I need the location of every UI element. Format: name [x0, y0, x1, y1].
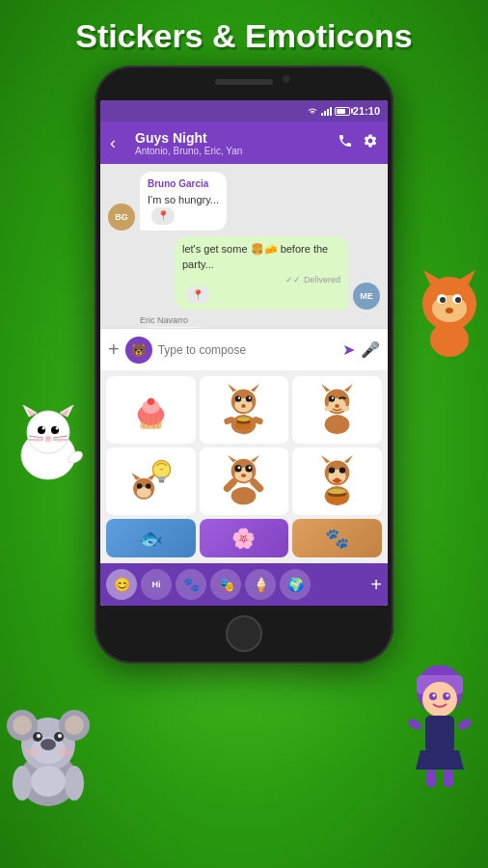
sticker-tab-masks[interactable]: 🎭 — [210, 569, 241, 600]
location-pin-1[interactable]: 📍 — [151, 207, 175, 225]
sticker-tab-world[interactable]: 🌍 — [280, 569, 311, 600]
svg-point-8 — [42, 427, 45, 430]
svg-point-107 — [325, 415, 350, 434]
phone-frame: 21:10 ‹ Guys Night Antonio, Bruno, Eric,… — [95, 66, 393, 664]
sticker-item-cupcake[interactable] — [106, 376, 196, 444]
svg-point-26 — [446, 308, 453, 313]
sticker-item-fox-lightbulb[interactable] — [106, 448, 196, 515]
sticker-item-partial-3[interactable]: 🐾 — [292, 519, 382, 557]
svg-point-137 — [339, 467, 345, 473]
svg-point-25 — [455, 297, 461, 303]
avatar-me: ME — [353, 283, 380, 310]
sticker-bear-icon: 🐻 — [130, 342, 147, 358]
sticker-grid: 🐟 🌸 🐾 — [100, 370, 388, 563]
svg-point-88 — [235, 395, 241, 401]
svg-marker-86 — [251, 384, 259, 392]
home-button[interactable] — [226, 615, 262, 652]
status-time: 21:10 — [353, 105, 380, 117]
svg-point-79 — [148, 397, 154, 404]
svg-point-138 — [335, 477, 340, 482]
call-button[interactable] — [338, 133, 353, 152]
sticker-item-fox-pray[interactable] — [200, 448, 289, 515]
svg-point-54 — [58, 748, 71, 756]
message-sticker-1: EN Eric Navarro — [108, 315, 380, 328]
svg-rect-39 — [407, 718, 422, 731]
svg-rect-40 — [457, 718, 473, 731]
svg-point-45 — [13, 716, 32, 735]
sender-name-eric: Eric Navarro — [140, 315, 207, 325]
chat-area: BG Bruno Garcia I'm so hungry... 📍 let's… — [100, 164, 388, 328]
add-sticker-pack-button[interactable]: + — [370, 574, 382, 596]
sticker-tab-icecream[interactable]: 🍦 — [245, 569, 276, 600]
svg-marker-122 — [251, 455, 259, 462]
svg-point-34 — [447, 694, 449, 697]
svg-point-90 — [238, 396, 240, 398]
avatar-bruno: BG — [108, 203, 135, 231]
svg-point-9 — [56, 427, 59, 430]
svg-point-1 — [27, 411, 69, 453]
sticker-item-fox-2[interactable] — [292, 376, 382, 444]
svg-point-143 — [327, 497, 348, 503]
sticker-tab-hi[interactable]: Hi — [141, 569, 172, 600]
svg-marker-102 — [344, 384, 353, 392]
sticker-tab-paw[interactable]: 🐾 — [176, 569, 206, 600]
sticker-item-fox-burger-2[interactable] — [292, 448, 382, 515]
decorative-orange-character — [416, 270, 483, 357]
sticker-item-partial-1[interactable]: 🐟 — [106, 519, 196, 557]
add-attachment-button[interactable]: + — [108, 339, 120, 361]
svg-point-89 — [246, 395, 252, 401]
phone-camera — [283, 75, 290, 83]
back-button[interactable]: ‹ — [110, 133, 129, 153]
decorative-koala — [5, 704, 92, 810]
decorative-purple-girl — [401, 665, 478, 791]
svg-point-127 — [249, 466, 252, 469]
svg-point-142 — [328, 488, 345, 494]
svg-point-52 — [58, 734, 62, 738]
send-button[interactable]: ➤ — [342, 340, 355, 359]
svg-point-30 — [422, 682, 457, 717]
sticker-item-fox-1[interactable] — [200, 376, 289, 444]
phone-speaker — [215, 79, 273, 85]
svg-point-105 — [332, 396, 334, 398]
decorative-cat — [10, 405, 87, 482]
voice-message-button[interactable]: 🎤 — [361, 340, 380, 359]
message-received-1: BG Bruno Garcia I'm so hungry... 📍 — [108, 172, 380, 231]
svg-point-55 — [13, 766, 32, 800]
wifi-icon — [307, 106, 318, 116]
svg-point-91 — [249, 396, 251, 398]
svg-rect-35 — [425, 716, 454, 752]
message-text-sent-1: let's get some 🍔🧀 before the party... — [182, 242, 340, 272]
conversation-info: Guys Night Antonio, Bruno, Eric, Yan — [135, 130, 332, 156]
message-meta-1: ✓✓ Delivered — [182, 274, 340, 286]
svg-point-53 — [25, 748, 39, 756]
sticker-item-partial-2[interactable]: 🌸 — [200, 519, 289, 557]
svg-point-126 — [238, 466, 241, 469]
sticker-panel: 🐟 🌸 🐾 😊 Hi 🐾 🎭 🍦 🌍 — [100, 370, 388, 606]
location-pin-2[interactable]: 📍 — [186, 286, 209, 304]
bubble-sent-1: let's get some 🍔🧀 before the party... ✓✓… — [175, 236, 348, 309]
svg-point-51 — [37, 734, 41, 738]
message-sent-1: let's get some 🍔🧀 before the party... ✓✓… — [108, 236, 380, 309]
app-bar: ‹ Guys Night Antonio, Bruno, Eric, Yan — [100, 122, 388, 164]
settings-button[interactable] — [363, 133, 378, 152]
svg-point-98 — [238, 417, 251, 421]
svg-point-108 — [325, 405, 332, 411]
svg-point-131 — [231, 487, 257, 504]
battery-icon — [335, 107, 350, 116]
svg-point-15 — [32, 437, 41, 443]
app-bar-actions — [338, 133, 378, 152]
sticker-tab-emoji[interactable]: 😊 — [106, 569, 137, 600]
compose-input[interactable] — [158, 343, 337, 357]
signal-icon — [321, 106, 332, 116]
bubble-received-1: Bruno Garcia I'm so hungry... 📍 — [140, 172, 227, 231]
sticker-picker-button[interactable]: 🐻 — [125, 337, 152, 364]
sticker-tab-bar: 😊 Hi 🐾 🎭 🍦 🌍 + — [100, 563, 388, 606]
svg-rect-38 — [444, 770, 453, 787]
svg-marker-111 — [131, 473, 140, 479]
svg-point-109 — [342, 405, 349, 411]
input-bar: + 🐻 ➤ 🎤 — [100, 328, 388, 370]
sender-name-1: Bruno Garcia — [148, 177, 219, 191]
message-text-1: I'm so hungry... — [148, 193, 219, 207]
svg-point-115 — [146, 483, 151, 489]
svg-rect-37 — [426, 770, 436, 787]
